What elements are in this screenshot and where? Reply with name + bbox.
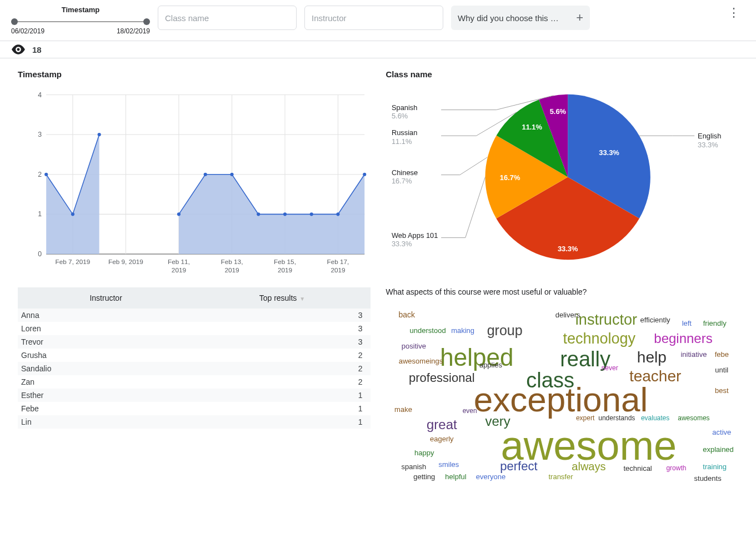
table-row[interactable]: Febe1 <box>18 402 371 415</box>
timestamp-area-chart[interactable]: 0 1 2 3 4 Feb 7, 2019 Feb 9, 201 <box>18 83 371 277</box>
timestamp-filter[interactable]: Timestamp 06/02/2019 18/02/2019 <box>11 6 150 35</box>
cloud-word[interactable]: transfer <box>548 473 573 481</box>
timestamp-filter-label: Timestamp <box>11 6 150 14</box>
cloud-word[interactable]: smiles <box>438 460 459 469</box>
cloud-word[interactable]: positive <box>402 341 426 350</box>
instructor-filter[interactable]: Instructor <box>304 6 443 30</box>
svg-text:Feb 15,2019: Feb 15,2019 <box>274 258 296 273</box>
svg-text:16.7%: 16.7% <box>391 177 412 185</box>
cloud-word[interactable]: explained <box>703 445 734 453</box>
svg-text:0: 0 <box>38 250 42 258</box>
cloud-word[interactable]: evaluates <box>641 414 669 422</box>
timestamp-to: 18/02/2019 <box>117 27 150 35</box>
class-name-filter[interactable]: Class name <box>158 6 297 30</box>
cloud-word[interactable]: eagerly <box>430 434 454 442</box>
cloud-word[interactable]: helpful <box>445 473 466 481</box>
table-row[interactable]: Esther1 <box>18 389 371 402</box>
cloud-word[interactable]: until <box>715 365 728 374</box>
table-row[interactable]: Trevor3 <box>18 335 371 349</box>
cloud-word[interactable]: understands <box>598 414 635 422</box>
svg-text:Feb 17,2019: Feb 17,2019 <box>327 258 349 273</box>
cloud-word[interactable]: making <box>451 326 474 334</box>
overflow-menu[interactable]: ⋮ <box>723 6 745 20</box>
slider-handle-right[interactable] <box>143 18 150 25</box>
cloud-word[interactable]: always <box>572 460 605 473</box>
cloud-word[interactable]: left <box>682 319 692 327</box>
cloud-word[interactable]: delivers <box>555 310 580 319</box>
cloud-word[interactable]: group <box>487 322 523 338</box>
result-count: 2 <box>194 349 370 362</box>
instructor-results-table[interactable]: Instructor Top results ▼ Anna3Loren3Trev… <box>18 287 371 429</box>
table-row[interactable]: Zan2 <box>18 375 371 389</box>
instructor-name: Sandalio <box>18 362 194 375</box>
result-count: 1 <box>194 402 370 415</box>
cloud-word[interactable]: growth <box>666 464 686 472</box>
cloud-word[interactable]: beginners <box>654 331 712 346</box>
timestamp-chart-title: Timestamp <box>18 69 371 79</box>
table-row[interactable]: Loren3 <box>18 322 371 335</box>
cloud-word[interactable]: instructor <box>575 311 637 329</box>
cloud-word[interactable]: applies <box>479 360 502 369</box>
svg-text:Feb 11,2019: Feb 11,2019 <box>168 258 190 273</box>
cloud-word[interactable]: perfect <box>500 459 537 474</box>
cloud-word[interactable]: helped <box>440 344 513 371</box>
cloud-word[interactable]: technology <box>563 330 635 347</box>
cloud-word[interactable]: getting <box>413 473 435 481</box>
cloud-word[interactable]: awesomes <box>678 414 709 422</box>
cloud-word[interactable]: understood <box>410 326 446 334</box>
instructor-name: Zan <box>18 375 194 389</box>
cloud-word[interactable]: awesomeings <box>399 357 443 365</box>
svg-point-25 <box>257 212 260 216</box>
cloud-word[interactable]: teacher <box>629 367 681 385</box>
eye-icon <box>11 44 26 54</box>
cloud-word[interactable]: friendly <box>703 319 727 327</box>
svg-text:16.7%: 16.7% <box>499 173 520 181</box>
cloud-word[interactable]: never <box>602 364 618 372</box>
pie-label-english: English <box>698 132 721 140</box>
table-row[interactable]: Lin1 <box>18 415 371 429</box>
result-count: 2 <box>194 375 370 389</box>
instructor-name: Grusha <box>18 349 194 362</box>
cloud-word[interactable]: students <box>694 474 722 483</box>
cloud-word[interactable]: everyone <box>476 473 505 481</box>
cloud-word[interactable]: help <box>637 349 667 366</box>
sort-desc-icon[interactable]: ▼ <box>298 296 305 302</box>
cloud-word[interactable]: expert <box>576 414 594 422</box>
svg-text:11.1%: 11.1% <box>522 123 542 131</box>
class-name-pie-chart[interactable]: 33.3% 33.3% 16.7% 11.1% 5.6% Engli <box>386 83 739 271</box>
plus-icon[interactable]: + <box>576 11 583 25</box>
col-top-results[interactable]: Top results ▼ <box>194 287 370 309</box>
slider-handle-left[interactable] <box>11 18 18 25</box>
cloud-word[interactable]: best <box>715 386 729 395</box>
cloud-word[interactable]: training <box>703 462 727 470</box>
record-count-row: 18 <box>0 41 756 58</box>
cloud-word[interactable]: back <box>399 310 415 319</box>
cloud-word[interactable]: spanish <box>401 462 426 470</box>
table-row[interactable]: Anna3 <box>18 309 371 322</box>
cloud-word[interactable]: make <box>394 405 412 414</box>
cloud-word[interactable]: professional <box>409 371 475 385</box>
cloud-word[interactable]: efficiently <box>640 316 670 324</box>
cloud-word[interactable]: even <box>463 407 477 415</box>
table-row[interactable]: Sandalio2 <box>18 362 371 375</box>
svg-point-26 <box>283 212 287 216</box>
cloud-word[interactable]: happy <box>414 448 434 456</box>
class-name-chart-title: Class name <box>386 69 739 79</box>
cloud-word[interactable]: very <box>485 414 510 429</box>
svg-point-20 <box>71 212 74 216</box>
cloud-word[interactable]: class <box>526 368 574 392</box>
why-filter-chip[interactable]: Why did you choose this … + <box>451 6 590 30</box>
cloud-word[interactable]: febe <box>715 350 729 359</box>
col-instructor[interactable]: Instructor <box>18 287 194 309</box>
table-row[interactable]: Grusha2 <box>18 349 371 362</box>
pie-label-web: Web Apps 101 <box>391 231 438 240</box>
svg-text:33.3%: 33.3% <box>557 245 578 253</box>
cloud-word[interactable]: initiative <box>680 350 707 359</box>
cloud-word[interactable]: active <box>712 427 731 436</box>
svg-text:2: 2 <box>38 171 42 178</box>
word-cloud[interactable]: awesomeexceptionalhelpedclassreallyinstr… <box>386 301 736 484</box>
timestamp-slider[interactable] <box>11 16 150 27</box>
instructor-name: Lin <box>18 415 194 429</box>
cloud-word[interactable]: great <box>427 417 457 432</box>
cloud-word[interactable]: technical <box>623 464 652 472</box>
